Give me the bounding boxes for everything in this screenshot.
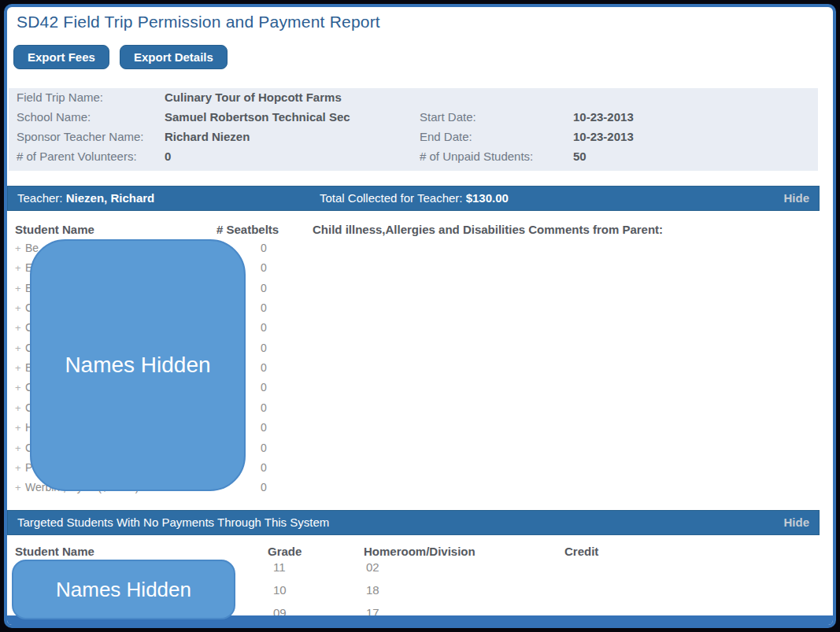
expand-plus-icon[interactable]: + [15,342,21,354]
expand-plus-icon[interactable]: + [15,362,21,374]
sponsor-teacher-value: Richard Niezen [165,130,420,150]
unpaid-section-title: Targeted Students With No Payments Throu… [17,511,329,534]
school-name-label: School Name: [17,110,165,130]
end-date-value: 10-23-2013 [573,130,818,150]
expand-plus-icon[interactable]: + [15,242,21,254]
field-trip-name-value: Culinary Tour of Hopcott Farms [165,91,420,110]
names-hidden-overlay-top: Names Hidden [30,239,246,491]
names-hidden-overlay-bottom: Names Hidden [12,560,235,619]
total-collected: Total Collected for Teacher: $130.00 [320,187,509,210]
homeroom-value: 02 [366,560,379,574]
expand-plus-icon[interactable]: + [15,442,21,454]
column-header-comments: Child illness,Allergies and Disabilities… [313,223,663,236]
unpaid-students-value: 50 [573,150,818,169]
names-hidden-label: Names Hidden [65,353,210,378]
unpaid-section-hide-link[interactable]: Hide [783,511,809,534]
seatbelt-count: 0 [261,481,267,493]
seatbelt-count: 0 [261,342,267,354]
parent-volunteers-label: # of Parent Volunteers: [17,150,165,169]
expand-plus-icon[interactable]: + [15,402,21,414]
teacher-name: Niezen, Richard [66,191,155,205]
expand-plus-icon[interactable]: + [15,462,21,474]
sponsor-teacher-label: Sponsor Teacher Name: [17,130,165,150]
grade-value: 11 [273,560,286,574]
column-header-student-name-bottom: Student Name [15,545,94,558]
start-date-value: 10-23-2013 [573,110,818,130]
seatbelt-count: 0 [261,242,267,254]
screenshot-frame: SD42 Field Trip Permission and Payment R… [0,0,840,632]
teacher-section-hide-link[interactable]: Hide [783,187,809,210]
page-title: SD42 Field Trip Permission and Payment R… [17,13,380,31]
expand-plus-icon[interactable]: + [15,302,21,314]
expand-plus-icon[interactable]: + [15,283,21,294]
end-date-label: End Date: [420,130,573,150]
expand-plus-icon[interactable]: + [15,422,21,434]
column-header-seatbelts: # Seatbelts [216,223,279,236]
names-hidden-label: Names Hidden [56,578,191,602]
total-collected-label: Total Collected for Teacher: [320,191,463,205]
field-trip-name-label: Field Trip Name: [17,91,165,110]
report-window: SD42 Field Trip Permission and Payment R… [4,4,836,628]
seatbelt-count: 0 [261,381,267,394]
school-name-value: Samuel Robertson Technical Sec [165,110,420,130]
seatbelt-count: 0 [261,442,267,454]
export-fees-button[interactable]: Export Fees [13,45,109,69]
seatbelt-count: 0 [261,321,267,334]
teacher-section-bar: Teacher: Niezen, Richard Total Collected… [7,186,820,211]
expand-plus-icon[interactable]: + [15,382,21,394]
seatbelt-count: 0 [261,361,267,374]
expand-plus-icon[interactable]: + [15,482,21,493]
expand-plus-icon[interactable]: + [15,322,21,334]
grade-value: 10 [273,583,287,597]
seatbelt-count: 0 [261,282,267,294]
trip-info-panel: Field Trip Name: Culinary Tour of Hopcot… [9,88,818,171]
total-collected-amount: $130.00 [466,191,509,205]
export-details-button[interactable]: Export Details [120,45,228,69]
seatbelt-count: 0 [261,461,267,474]
start-date-label: Start Date: [420,110,573,130]
unpaid-students-label: # of Unpaid Students: [420,150,573,169]
teacher-label: Teacher: Niezen, Richard [17,187,154,210]
column-header-grade: Grade [268,545,302,558]
seatbelt-count: 0 [261,421,267,434]
teacher-label-text: Teacher: [17,191,63,205]
homeroom-value: 18 [366,583,379,597]
seatbelt-count: 0 [261,401,267,414]
column-header-homeroom: Homeroom/Division [364,545,476,558]
column-header-student-name: Student Name [15,223,94,236]
unpaid-section-bar: Targeted Students With No Payments Throu… [7,510,820,535]
seatbelt-count: 0 [261,261,267,274]
expand-plus-icon[interactable]: + [15,262,21,274]
seatbelt-count: 0 [261,301,267,314]
parent-volunteers-value: 0 [165,150,420,169]
column-header-credit: Credit [564,545,598,558]
